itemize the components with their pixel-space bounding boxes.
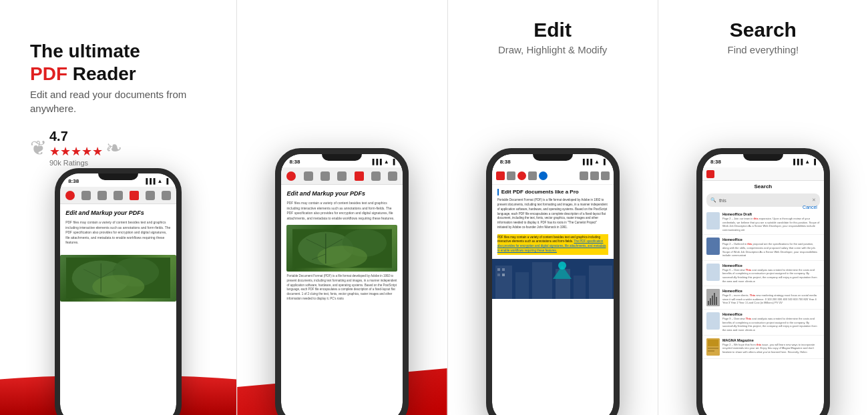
laurel-wrap: ❦ 4.7 ★★★★★ 90k Ratings ❧ xyxy=(30,129,122,167)
svg-point-3 xyxy=(92,275,144,298)
headline-pdf: PDF xyxy=(30,63,67,84)
ratings-count: 90k Ratings xyxy=(49,159,103,167)
battery-icon-2: ▐ xyxy=(391,159,395,165)
result-thumb-3 xyxy=(706,289,720,306)
toolbar-icon-red xyxy=(65,191,75,200)
p2-toolbar xyxy=(281,167,403,185)
svg-rect-30 xyxy=(710,298,711,305)
battery-icon-3: ▐ xyxy=(602,159,606,165)
p2-toolbar-pen xyxy=(355,171,364,181)
p3-content: Edit PDF documents like a Pro Portable D… xyxy=(492,185,614,259)
panel-4-header: Search Find everything! xyxy=(658,0,868,62)
p4-search-input[interactable]: this xyxy=(719,198,809,203)
status-time-1: 8:38 xyxy=(68,178,79,184)
result-text-5: MAGNA Magazine Page 2 – We hope that fro… xyxy=(722,338,820,354)
p3-bottom-image xyxy=(492,259,614,299)
rating-info: 4.7 ★★★★★ 90k Ratings xyxy=(49,129,103,167)
wifi-icon-2: ▲ xyxy=(384,159,389,165)
p3-highlight: PDF files may contain a variety of conte… xyxy=(497,234,608,255)
phone-notch-2 xyxy=(322,154,362,161)
result-thumb-2 xyxy=(706,264,720,281)
p3-body: Portable Document Format (PDF) is a file… xyxy=(497,198,608,230)
p2-toolbar-g3 xyxy=(337,171,347,181)
toolbar-icon-gray4 xyxy=(146,191,155,200)
result-title-1: Homeoffice xyxy=(722,238,820,242)
laurel-left-icon: ❦ xyxy=(30,138,47,158)
subtitle: Edit and read your documents from anywhe… xyxy=(30,87,206,115)
svg-rect-25 xyxy=(502,274,505,276)
status-right-4: ▐▐▐ ▲ ▐ xyxy=(791,159,816,165)
chart-thumb xyxy=(706,289,720,306)
p1-body-content: Edit and Markup your PDFs PDF files may … xyxy=(60,204,176,251)
magazine-thumb xyxy=(706,338,720,356)
phone-screen-1: 8:38 ▐▐▐ ▲ ▐ Edit and Markup your PDFs P… xyxy=(60,173,176,415)
p4-search-title: Search xyxy=(702,181,824,191)
headline-reader: Reader xyxy=(67,63,136,84)
panel-3: Edit Draw, Highlight & Modify 8:38 ▐▐▐ ▲… xyxy=(447,0,658,415)
result-title-5: MAGNA Magazine xyxy=(722,338,820,342)
p3-icon-g2 xyxy=(528,171,537,180)
result-item-0: Homeoffice Draft Page 2 – Join our team … xyxy=(702,210,824,235)
svg-rect-33 xyxy=(716,297,717,305)
battery-icon-1: ▐ xyxy=(164,178,168,184)
clear-icon: ✕ xyxy=(812,197,816,203)
p3-icon-blue xyxy=(539,171,548,180)
p2-body: Edit and Markup your PDFs PDF files may … xyxy=(281,185,403,307)
toolbar-icon-gray1 xyxy=(81,191,91,200)
svg-rect-22 xyxy=(497,268,500,271)
panel-2: 8:38 ▐▐▐ ▲ ▐ Edit and Markup your PDFs P… xyxy=(236,0,447,415)
p2-toolbar-red xyxy=(286,171,296,181)
panel-3-subtitle: Draw, Highlight & Modify xyxy=(458,44,648,55)
p4-results: Homeoffice Draft Page 2 – Join our team … xyxy=(702,210,824,359)
result-title-2: Homeoffice xyxy=(722,264,820,268)
signal-icon-4: ▐▐▐ xyxy=(791,159,803,165)
signal-icon-2: ▐▐▐ xyxy=(371,159,382,165)
phone-large-2: 8:38 ▐▐▐ ▲ ▐ Edit and Markup your PDFs P… xyxy=(275,148,409,415)
toolbar-icon-pen xyxy=(130,191,139,200)
p1-body-text: PDF files may contain a variety of conte… xyxy=(65,220,171,246)
result-item-1: Homeoffice Page 2 – Outlined in this pro… xyxy=(702,235,824,260)
result-desc-3: Page 8 – more clients. This new marketin… xyxy=(722,294,820,305)
svg-point-27 xyxy=(558,262,566,270)
stars: ★★★★★ xyxy=(49,144,103,159)
panel-4-subtitle: Find everything! xyxy=(668,44,858,55)
p2-leaf-svg xyxy=(292,228,392,270)
svg-rect-32 xyxy=(714,293,715,305)
svg-rect-20 xyxy=(574,276,586,299)
p3-toolbar-right xyxy=(580,171,610,180)
p3-icon-red xyxy=(517,171,526,180)
p2-image xyxy=(286,225,397,272)
toolbar-icon-gray5 xyxy=(162,191,171,200)
p1-toolbar xyxy=(60,187,176,204)
result-desc-0: Page 2 – Join our team in this expansion… xyxy=(722,217,820,232)
phone-notch-3 xyxy=(533,154,573,161)
p2-toolbar-g1 xyxy=(304,171,313,181)
cancel-button[interactable]: Cancel xyxy=(803,205,817,210)
result-thumb-1 xyxy=(706,238,720,255)
leaf-svg xyxy=(66,257,171,299)
p2-toolbar-g5 xyxy=(388,171,397,181)
svg-rect-23 xyxy=(502,268,505,271)
result-desc-5: Page 2 – We hope that from this issue, y… xyxy=(722,343,820,354)
result-desc-2: Page 6 – Overview This cost analysis was… xyxy=(722,268,820,283)
p4-toolbar xyxy=(702,167,824,181)
result-text-1: Homeoffice Page 2 – Outlined in this pro… xyxy=(722,238,820,257)
wifi-icon-3: ▲ xyxy=(594,159,600,165)
status-right-3: ▐▐▐ ▲ ▐ xyxy=(581,159,606,165)
p2-heading: Edit and Markup your PDFs xyxy=(286,190,397,197)
p2-toolbar-g2 xyxy=(320,171,330,181)
result-thumb-4 xyxy=(706,312,720,330)
phone-screen-3: 8:38 ▐▐▐ ▲ ▐ xyxy=(492,154,614,415)
building-svg xyxy=(492,259,614,299)
svg-rect-31 xyxy=(712,296,713,305)
signal-icon-1: ▐▐▐ xyxy=(144,178,156,184)
svg-rect-35 xyxy=(708,340,718,346)
result-title-0: Homeoffice Draft xyxy=(722,212,820,216)
result-text-3: Homeoffice Page 8 – more clients. This n… xyxy=(722,289,820,305)
status-right-1: ▐▐▐ ▲ ▐ xyxy=(144,178,169,184)
result-text-0: Homeoffice Draft Page 2 – Join our team … xyxy=(722,212,820,232)
panel-4-title: Search xyxy=(668,19,858,41)
svg-rect-21 xyxy=(589,266,612,299)
result-title-4: Homeoffice xyxy=(722,312,820,316)
result-thumb-5 xyxy=(706,338,720,356)
